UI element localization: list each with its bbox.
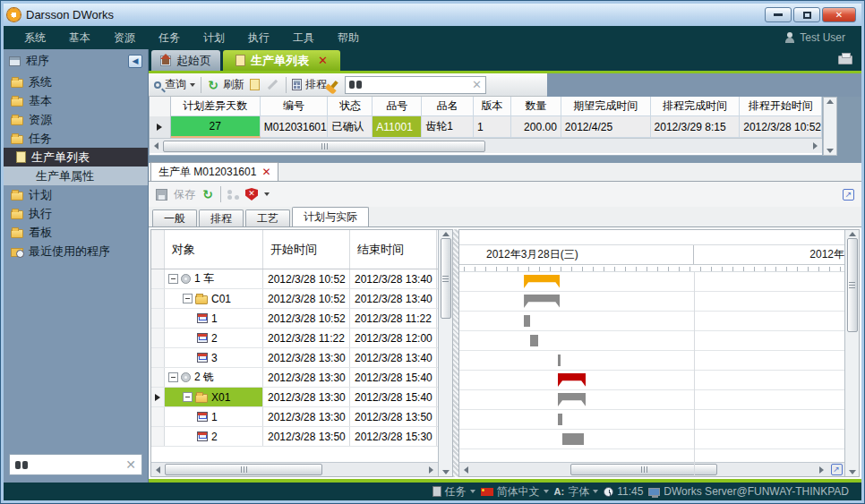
gantt-bar-8[interactable]	[562, 433, 584, 445]
tab-production-order-list[interactable]: 生产单列表 ✕	[223, 50, 340, 71]
tree-row-7[interactable]: 12012/3/28 13:302012/3/28 13:50	[151, 407, 438, 427]
grid-hscrollbar[interactable]	[150, 138, 822, 153]
close-button[interactable]: ✕	[822, 7, 856, 22]
gantt-bar-4[interactable]	[558, 355, 561, 366]
sidebar-collapse-button[interactable]: ◀	[128, 55, 142, 68]
grid-col-header-3[interactable]: 品号	[373, 97, 422, 116]
tree-col-header-0[interactable]: 对象	[165, 230, 263, 269]
open-external-icon[interactable]: ↗	[843, 189, 854, 201]
sidebar-item-9[interactable]: 最近使用的程序	[4, 242, 148, 261]
tree-row-4[interactable]: 32012/3/28 13:302012/3/28 13:40	[151, 348, 438, 368]
new-document-button[interactable]	[250, 79, 260, 90]
menu-item-3[interactable]: 任务	[147, 30, 192, 46]
menu-item-0[interactable]: 系统	[13, 30, 57, 46]
query-dropdown-icon[interactable]	[190, 83, 195, 87]
toolbar-search-clear-icon[interactable]: ✕	[472, 78, 482, 91]
grid-col-header-9[interactable]: 排程开始时间	[740, 97, 822, 116]
sidebar-search-clear-icon[interactable]: ✕	[125, 457, 136, 472]
grid-col-header-1[interactable]: 编号	[261, 97, 329, 116]
grid-col-header-8[interactable]: 排程完成时间	[651, 97, 741, 116]
grid-col-header-0[interactable]: 计划差异天数	[171, 97, 261, 116]
menu-item-4[interactable]: 计划	[192, 30, 236, 46]
refresh-icon[interactable]	[201, 188, 214, 201]
gantt-vscrollbar[interactable]	[844, 230, 859, 476]
document-tab[interactable]: 生产单 M012031601 ✕	[150, 162, 278, 181]
menu-item-7[interactable]: 帮助	[326, 30, 371, 46]
language-dropdown-icon[interactable]	[544, 490, 549, 493]
menu-item-1[interactable]: 基本	[57, 30, 102, 46]
gantt-hscrollbar[interactable]	[459, 463, 828, 476]
edit-button[interactable]	[268, 80, 278, 90]
tree-expander-icon[interactable]	[168, 372, 178, 382]
shield-icon[interactable]: ✕	[245, 188, 258, 201]
toolbar-search-box[interactable]: ✕	[345, 76, 486, 94]
tree-row-0[interactable]: 1 车2012/3/28 10:522012/3/28 13:40	[151, 269, 438, 289]
sidebar-item-5[interactable]: 生产单属性	[4, 167, 148, 185]
tree-row-5[interactable]: 2 铣2012/3/28 13:302012/3/28 15:40	[151, 368, 438, 388]
menu-item-5[interactable]: 执行	[236, 30, 281, 46]
menu-item-6[interactable]: 工具	[281, 30, 326, 46]
sidebar-item-2[interactable]: 资源	[4, 110, 148, 129]
menu-item-2[interactable]: 资源	[102, 30, 147, 46]
sidebar-item-1[interactable]: 基本	[4, 91, 148, 110]
grid-hscroll-thumb[interactable]	[163, 141, 485, 152]
tree-row-6[interactable]: X012012/3/28 13:302012/3/28 15:40	[151, 388, 438, 407]
grid-col-header-5[interactable]: 版本	[474, 97, 511, 116]
gantt-bar-3[interactable]	[530, 335, 538, 346]
tree-expander-icon[interactable]	[183, 392, 193, 402]
sidebar-item-0[interactable]: 系统	[4, 73, 148, 91]
status-font-menu[interactable]: A: 字体	[554, 484, 599, 500]
gantt-bar-0[interactable]	[524, 275, 560, 288]
order-grid-row[interactable]: 27M012031601已确认A11001齿轮11200.002012/4/25…	[150, 116, 822, 138]
tree-vscrollbar[interactable]	[438, 230, 452, 476]
printer-icon[interactable]	[838, 56, 852, 64]
tree-row-8[interactable]: 22012/3/28 13:502012/3/28 15:30	[151, 427, 438, 447]
subtab-2[interactable]: 工艺	[245, 209, 290, 226]
tree-col-header-2[interactable]: 结束时间	[350, 230, 437, 269]
status-language-menu[interactable]: 简体中文	[481, 484, 549, 500]
tree-row-2[interactable]: 12012/3/28 10:522012/3/28 11:22	[151, 309, 438, 329]
sidebar-search-box[interactable]: ✕	[9, 454, 142, 475]
status-task-menu[interactable]: 任务	[432, 484, 475, 500]
tree-col-header-1[interactable]: 开始时间	[263, 230, 350, 269]
tab-start-page[interactable]: 起始页	[151, 50, 220, 71]
gantt-bar-5[interactable]	[558, 373, 586, 387]
subtab-0[interactable]: 一般	[152, 209, 197, 226]
sidebar-item-8[interactable]: 看板	[4, 223, 148, 242]
routing-icon[interactable]	[227, 190, 239, 200]
minimize-button[interactable]	[765, 7, 792, 22]
gantt-bar-6[interactable]	[558, 393, 586, 406]
shield-dropdown-icon[interactable]	[264, 192, 270, 196]
document-tab-close-icon[interactable]: ✕	[261, 166, 270, 178]
subtab-3[interactable]: 计划与实际	[292, 207, 369, 226]
tree-hscrollbar[interactable]	[151, 462, 438, 476]
query-button[interactable]: 查询	[154, 77, 195, 92]
schedule-button[interactable]: 排程	[292, 77, 327, 92]
task-dropdown-icon[interactable]	[470, 490, 475, 493]
save-button[interactable]: 保存	[174, 187, 195, 202]
tab-close-icon[interactable]: ✕	[318, 54, 328, 67]
sidebar-item-3[interactable]: 任务	[4, 129, 148, 148]
grid-col-header-4[interactable]: 品名	[422, 97, 474, 116]
subtab-1[interactable]: 排程	[199, 209, 244, 226]
gantt-bar-7[interactable]	[558, 414, 562, 425]
user-area[interactable]: Test User	[784, 31, 852, 44]
gantt-bar-1[interactable]	[524, 295, 560, 308]
grid-col-header-7[interactable]: 期望完成时间	[561, 97, 651, 116]
sidebar-item-6[interactable]: 计划	[4, 185, 148, 204]
sidebar-item-4[interactable]: 生产单列表	[4, 148, 148, 167]
broom-icon[interactable]	[330, 80, 338, 89]
tree-expander-icon[interactable]	[168, 274, 178, 284]
sidebar-item-7[interactable]: 执行	[4, 204, 148, 223]
grid-vscrollbar[interactable]	[823, 97, 837, 156]
grid-col-header-2[interactable]: 状态	[328, 97, 373, 116]
gantt-bar-2[interactable]	[524, 315, 530, 327]
grid-col-header-6[interactable]: 数量	[511, 97, 561, 116]
refresh-button[interactable]: 刷新	[207, 77, 244, 92]
gantt-expand-icon[interactable]: ↗	[831, 464, 843, 475]
maximize-button[interactable]	[793, 7, 820, 22]
tree-expander-icon[interactable]	[183, 294, 193, 303]
tree-row-1[interactable]: C012012/3/28 10:522012/3/28 13:40	[151, 289, 438, 309]
font-dropdown-icon[interactable]	[593, 490, 598, 493]
tree-row-3[interactable]: 22012/3/28 11:222012/3/28 12:00	[151, 329, 438, 348]
